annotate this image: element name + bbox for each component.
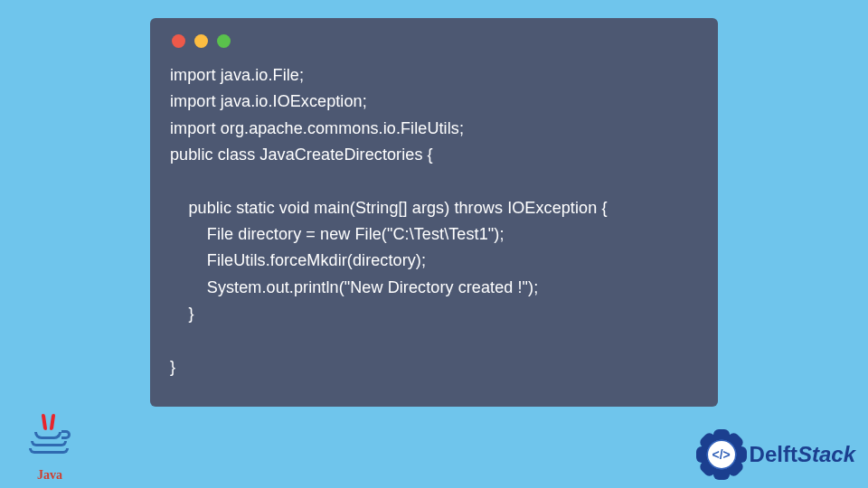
java-logo: Java [27, 432, 72, 483]
code-line: File directory = new File("C:\Test\Test1… [170, 225, 504, 243]
code-window: import java.io.File; import java.io.IOEx… [150, 18, 718, 407]
code-block: import java.io.File; import java.io.IOEx… [170, 62, 698, 380]
code-line: public static void main(String[] args) t… [170, 199, 608, 217]
close-icon[interactable] [172, 34, 185, 48]
code-line: public class JavaCreateDirectories { [170, 145, 433, 164]
code-line: import org.apache.commons.io.FileUtils; [170, 119, 464, 137]
code-line: } [170, 358, 175, 376]
maximize-icon[interactable] [217, 34, 231, 48]
code-line: import java.io.IOException; [170, 92, 367, 110]
code-glyph-icon: </> [708, 441, 735, 468]
java-label: Java [27, 468, 72, 483]
delftstack-badge-icon: </> [695, 428, 748, 481]
window-controls [172, 34, 698, 48]
code-line: } [170, 305, 194, 323]
code-line: import java.io.File; [170, 66, 304, 84]
minimize-icon[interactable] [194, 34, 208, 48]
delftstack-logo: </> DelftStack [695, 428, 855, 481]
delftstack-text: DelftStack [750, 442, 855, 467]
code-line: FileUtils.forceMkdir(directory); [170, 251, 426, 269]
java-cup-icon [29, 432, 71, 463]
code-line: System.out.println("New Directory create… [170, 278, 538, 296]
